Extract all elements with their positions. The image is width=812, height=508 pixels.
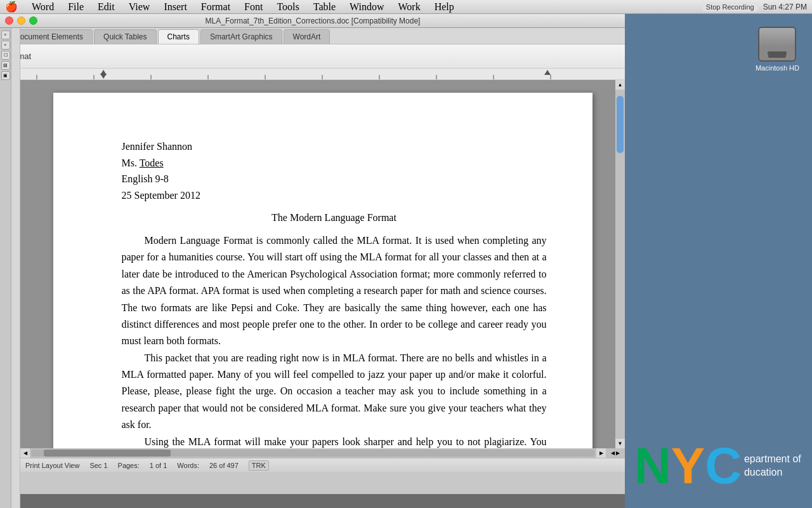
mac-hd-icon[interactable]: Macintosh HD: [756, 27, 799, 72]
minimize-button[interactable]: [17, 17, 25, 25]
svg-marker-12: [100, 74, 107, 79]
window-title-bar: MLA_Format_7th_Edition_Corrections.doc […: [0, 14, 625, 28]
tab-charts[interactable]: Charts: [158, 29, 199, 44]
menu-view[interactable]: View: [124, 0, 155, 14]
tab-smartart-graphics[interactable]: SmartArt Graphics: [200, 29, 282, 44]
format-toolbar: Format: [0, 44, 625, 69]
nyc-y: Y: [671, 437, 705, 495]
close-button[interactable]: [5, 17, 13, 25]
menu-window[interactable]: Window: [344, 0, 389, 14]
menu-help[interactable]: Help: [429, 0, 459, 14]
side-btn-3[interactable]: ☐: [1, 51, 10, 60]
tab-wordart[interactable]: WordArt: [284, 29, 331, 44]
time-display: Sun 4:27 PM: [763, 3, 807, 11]
side-btn-4[interactable]: ▤: [1, 61, 10, 70]
paragraph-3: Using the MLA format will make your pape…: [122, 434, 547, 448]
app-window: MLA_Format_7th_Edition_Corrections.doc […: [0, 14, 625, 494]
scroll-down-btn[interactable]: ▼: [615, 439, 625, 448]
h-scroll-thumb[interactable]: [44, 450, 171, 457]
scroll-left-btn[interactable]: ◀: [20, 448, 30, 458]
menu-insert[interactable]: Insert: [159, 0, 192, 14]
section-info: Sec 1: [89, 462, 107, 469]
window-controls: 🍎 Word File Edit View Insert Format Font…: [5, 0, 459, 14]
paragraph-1: Modern Language Format is commonly calle…: [122, 232, 547, 350]
maximize-button[interactable]: [29, 17, 37, 25]
doc-date: 25 September 2012: [122, 187, 547, 204]
pages-label: Pages:: [118, 462, 140, 469]
menu-tools[interactable]: Tools: [272, 0, 304, 14]
pages-value: 1 of 1: [150, 462, 167, 469]
scroll-right-btn[interactable]: ▶: [596, 448, 606, 458]
vertical-scrollbar[interactable]: ▲ ▼: [615, 80, 625, 448]
tab-quick-tables[interactable]: Quick Tables: [94, 29, 156, 44]
document-page: Jennifer Shannon Ms. Todes English 9-8 2…: [53, 93, 593, 448]
doc-title: The Modern Language Format: [122, 210, 547, 226]
doc-body: Modern Language Format is commonly calle…: [122, 232, 547, 448]
view-mode[interactable]: Print Layout View: [25, 462, 79, 469]
instructor-name: Ms. Todes: [122, 155, 547, 171]
h-scroll-track[interactable]: [31, 450, 595, 457]
nyc-letters: N Y C epartment of ducation: [634, 437, 806, 495]
menu-table[interactable]: Table: [308, 0, 341, 14]
mac-hd-disk-image: [758, 27, 796, 62]
system-status-right: Stop Recording Sun 4:27 PM: [702, 3, 807, 11]
left-margin-bar: [11, 28, 20, 508]
author-name: Jennifer Shannon: [122, 138, 547, 155]
class-name: English 9-8: [122, 171, 547, 187]
nyc-n: N: [634, 437, 671, 495]
stop-recording-btn[interactable]: Stop Recording: [702, 3, 758, 11]
scroll-up-btn[interactable]: ▲: [615, 80, 625, 90]
menu-word[interactable]: Word: [27, 0, 59, 14]
document-scroll-area[interactable]: Jennifer Shannon Ms. Todes English 9-8 2…: [20, 80, 625, 448]
horizontal-scrollbar-area: ◀ ▶ ◀ ▶: [20, 448, 625, 458]
status-bar: Print Layout View Sec 1 Pages: 1 of 1 Wo…: [20, 458, 625, 472]
mac-hd-label: Macintosh HD: [756, 64, 799, 72]
apple-icon[interactable]: 🍎: [5, 1, 18, 13]
side-toolbar: ≡ ≡ ☐ ▤ ▣: [0, 28, 11, 508]
words-value: 26 of 497: [209, 462, 239, 469]
words-label: Words:: [177, 462, 199, 469]
svg-marker-13: [544, 70, 551, 75]
doc-header: Jennifer Shannon Ms. Todes English 9-8 2…: [122, 138, 547, 203]
scroll-thumb[interactable]: [617, 96, 624, 153]
menu-work[interactable]: Work: [393, 0, 426, 14]
scroll-arrows: ◀ ▶: [606, 448, 625, 458]
ruler-content: [5, 69, 620, 79]
menu-format[interactable]: Format: [196, 0, 235, 14]
trk-badge: TRK: [249, 460, 269, 471]
menu-font[interactable]: Font: [239, 0, 268, 14]
nyc-logo: N Y C epartment of ducation: [634, 437, 806, 495]
menu-file[interactable]: File: [63, 0, 89, 14]
desktop-area: Macintosh HD N Y C epartment of ducation: [625, 14, 812, 508]
side-btn-1[interactable]: ≡: [1, 30, 10, 39]
nyc-dept-text: epartment of ducation: [742, 453, 801, 479]
arrow-left[interactable]: ◀: [611, 450, 615, 456]
side-btn-5[interactable]: ▣: [1, 71, 10, 80]
system-menu-bar: 🍎 Word File Edit View Insert Format Font…: [0, 0, 812, 14]
paragraph-2: This packet that you are reading right n…: [122, 350, 547, 434]
nyc-c: C: [705, 437, 742, 495]
ruler: [0, 69, 625, 80]
arrow-right[interactable]: ▶: [616, 450, 620, 456]
window-traffic-lights: [5, 17, 37, 25]
window-title: MLA_Format_7th_Edition_Corrections.doc […: [37, 17, 588, 25]
side-btn-2[interactable]: ≡: [1, 41, 10, 50]
toolbar-tabs-bar: Document Elements Quick Tables Charts Sm…: [0, 28, 625, 44]
menu-edit[interactable]: Edit: [93, 0, 120, 14]
